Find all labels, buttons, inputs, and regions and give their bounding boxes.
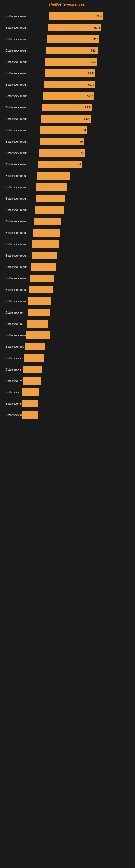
bar-label: Bottleneck result <box>5 151 39 155</box>
bar-wrapper <box>22 388 130 397</box>
bar-row: Bottleneck re <box>5 308 130 317</box>
bar-wrapper <box>23 376 130 386</box>
bar-label: Bottleneck s <box>5 402 21 405</box>
bar-wrapper: 51.8 <box>45 68 130 78</box>
bar-label: Bottleneck result <box>5 288 29 291</box>
bar-value: 52.8 <box>93 37 98 41</box>
bar-row: Bottleneck result49 <box>5 137 130 147</box>
bar-label: Bottleneck result <box>5 72 45 75</box>
bar-wrapper: 52.8 <box>47 34 130 44</box>
bar <box>33 229 60 237</box>
bar <box>21 411 38 419</box>
bar-value: 52.4 <box>91 49 97 52</box>
bar-value: 52.3 <box>90 60 96 63</box>
bar-wrapper: 53.3 <box>48 23 130 33</box>
bar-label: Bottleneck re <box>5 311 28 314</box>
site-name: Bottlenecker.com <box>55 2 87 6</box>
bar <box>36 195 65 203</box>
bar-wrapper: 52.4 <box>46 45 130 55</box>
bar-wrapper <box>32 239 130 249</box>
bar-wrapper <box>25 342 130 351</box>
bar: 52.8 <box>47 35 99 43</box>
bar-value: 52.3 <box>87 94 93 98</box>
bar-label: Bottleneck result <box>5 231 33 235</box>
bar-label: Bottleneck result <box>5 163 38 166</box>
bar-value: 49 <box>80 140 83 143</box>
bar-label: Bottleneck result <box>5 14 49 18</box>
bar-label: Bottleneck result <box>5 106 42 109</box>
bar <box>24 366 42 373</box>
bar <box>37 183 68 191</box>
site-header: TheBottlenecker.com <box>0 0 135 9</box>
bar-row: Bottleneck r <box>5 353 130 363</box>
bar <box>37 172 70 180</box>
bar-label: Bottleneck result <box>5 220 34 223</box>
bar-label: Bottleneck result <box>5 277 30 280</box>
bar-wrapper: 53.5 <box>49 11 130 21</box>
bar-label: Bottleneck result <box>5 186 37 189</box>
bar-wrapper: 50 <box>39 148 130 158</box>
bar-row: Bottleneck result <box>5 228 130 238</box>
bar-row: Bottleneck result50 <box>5 125 130 135</box>
bar-wrapper <box>31 262 130 272</box>
bar-wrapper <box>33 228 130 238</box>
bar-label: Bottleneck v <box>5 379 23 382</box>
bar-row: Bottleneck result49 <box>5 159 130 169</box>
bar <box>22 389 39 396</box>
bar-row: Bottleneck <box>5 388 130 397</box>
bar-row: Bottleneck result51.4 <box>5 114 130 124</box>
bar-label: Bottleneck result <box>5 140 40 143</box>
bar <box>31 263 56 271</box>
bar-label: Bottleneck r <box>5 356 24 360</box>
bar-row: Bottleneck result <box>5 251 130 260</box>
bar-value: 51.5 <box>85 106 91 109</box>
bar-row: Bottleneck r <box>5 365 130 374</box>
bar: 52.3 <box>44 81 95 88</box>
bar-label: Bottleneck result <box>5 208 35 212</box>
bar-label: Bottleneck result <box>5 94 43 98</box>
bar-value: 51.8 <box>88 72 94 75</box>
bar: 51.8 <box>45 69 95 77</box>
bar: 49 <box>38 161 82 168</box>
bar-row: Bottleneck s <box>5 399 130 408</box>
bar-wrapper <box>21 410 130 420</box>
bar-row: Bottleneck result52.4 <box>5 45 130 55</box>
bar-wrapper: 52.3 <box>44 80 130 90</box>
bar-wrapper <box>32 251 130 260</box>
bar-row: Bottleneck result <box>5 330 130 340</box>
bar-row: Bottleneck result <box>5 205 130 215</box>
bar <box>32 252 57 259</box>
bar-label: Bottleneck re <box>5 413 21 416</box>
bar <box>24 354 44 362</box>
bar-wrapper: 52.3 <box>43 91 130 101</box>
bar <box>21 400 38 407</box>
bar <box>28 297 51 305</box>
chart-container: Bottleneck result53.5Bottleneck result53… <box>0 9 135 424</box>
bar-wrapper <box>24 353 130 363</box>
bar <box>34 218 61 225</box>
bar-label: Bottleneck result <box>5 60 45 63</box>
bar-row: Bottleneck v <box>5 376 130 386</box>
bar <box>29 286 53 293</box>
bar: 52.3 <box>43 92 94 100</box>
bar: 50 <box>41 126 87 134</box>
bar <box>26 332 50 339</box>
bar-row: Bottleneck result <box>5 262 130 272</box>
bar-value: 53.3 <box>94 26 100 29</box>
bar <box>32 240 59 248</box>
bar-row: Bottleneck result <box>5 194 130 204</box>
bar-label: Bottleneck result <box>5 174 37 177</box>
bar-label: Bottleneck resul <box>5 300 28 303</box>
bar-label: Bottleneck result <box>5 129 41 132</box>
bar-row: Bottleneck re <box>5 410 130 420</box>
bar-row: Bottleneck result52.8 <box>5 34 130 44</box>
bar-value: 49 <box>78 163 81 166</box>
bar-label: Bottleneck result <box>5 254 32 257</box>
bar-wrapper: 50 <box>41 125 130 135</box>
bar-row: Bottleneck result53.5 <box>5 11 130 21</box>
bar: 50 <box>39 149 85 157</box>
bar: 49 <box>40 138 84 145</box>
bar: 53.5 <box>49 12 103 20</box>
bar-wrapper <box>27 319 130 329</box>
bar: 52.4 <box>46 46 98 54</box>
